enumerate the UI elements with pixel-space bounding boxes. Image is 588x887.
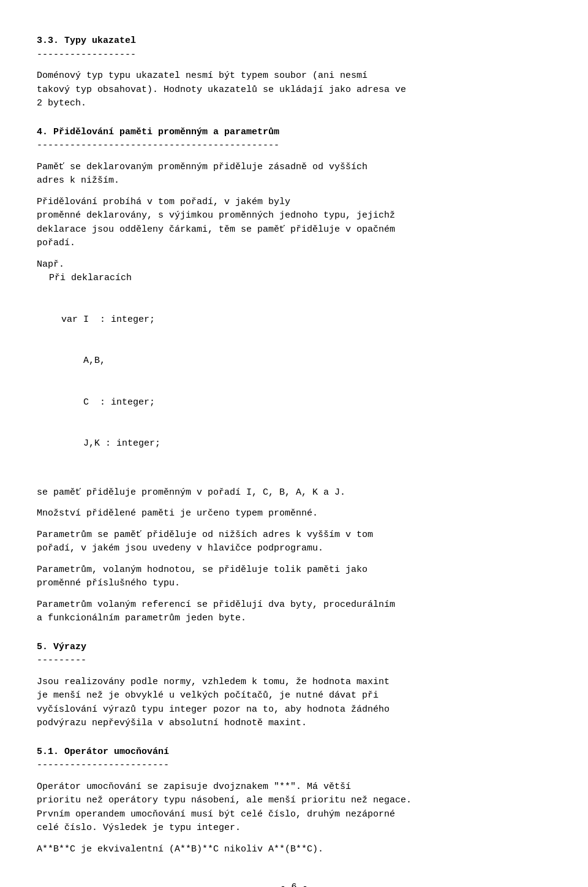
- section-5-divider: ---------: [37, 654, 551, 668]
- code-line-1: var I : integer;: [61, 313, 551, 327]
- section-3-3-para1: Doménový typ typu ukazatel nesmí být typ…: [37, 69, 551, 111]
- section-4-para4: Množství přidělené paměti je určeno type…: [37, 507, 551, 521]
- section-4-para5: Parametrům se paměť přiděluje od nižších…: [37, 528, 551, 556]
- section-4-para1: Paměť se deklarovaným proměnným přiděluj…: [37, 161, 551, 188]
- section-4-para3: se paměť přiděluje proměnným v pořadí I,…: [37, 486, 551, 500]
- section-5-1: 5.1. Operátor umocňování ---------------…: [37, 745, 551, 857]
- section-4-para2: Přidělování probíhá v tom pořadí, v jaké…: [37, 196, 551, 251]
- code-line-4: J,K : integer;: [61, 437, 551, 451]
- section-3-3: 3.3. Typy ukazatel ------------------ Do…: [37, 34, 551, 111]
- example-intro: Při deklaracích: [49, 272, 551, 286]
- section-3-3-divider: ------------------: [37, 48, 551, 63]
- section-5-para1: Jsou realizovány podle normy, vzhledem k…: [37, 676, 551, 731]
- section-5: 5. Výrazy --------- Jsou realizovány pod…: [37, 641, 551, 731]
- section-4-divider: ----------------------------------------…: [37, 139, 551, 153]
- code-block: var I : integer; A,B, C : integer; J,K :…: [61, 286, 551, 479]
- section-4-para6: Parametrům, volaným hodnotou, se přidělu…: [37, 563, 551, 591]
- page-content: 3.3. Typy ukazatel ------------------ Do…: [37, 34, 551, 887]
- section-3-3-title: 3.3. Typy ukazatel: [37, 34, 551, 48]
- section-5-1-title: 5.1. Operátor umocňování: [37, 745, 551, 759]
- section-4: 4. Přidělování paměti proměnným a parame…: [37, 126, 551, 626]
- section-5-1-divider: ------------------------: [37, 759, 551, 773]
- section-5-1-para2: A**B**C je ekvivalentní (A**B)**C nikoli…: [37, 843, 551, 857]
- section-5-1-para1: Operátor umocňování se zapisuje dvojznak…: [37, 780, 551, 836]
- code-line-2: A,B,: [61, 354, 551, 368]
- section-4-para7: Parametrům volaným referencí se přiděluj…: [37, 598, 551, 626]
- example-label: Např.: [37, 258, 551, 272]
- section-5-title: 5. Výrazy: [37, 641, 551, 655]
- page-number: - 6 -: [37, 881, 551, 887]
- section-4-title: 4. Přidělování paměti proměnným a parame…: [37, 126, 551, 140]
- code-line-3: C : integer;: [61, 396, 551, 410]
